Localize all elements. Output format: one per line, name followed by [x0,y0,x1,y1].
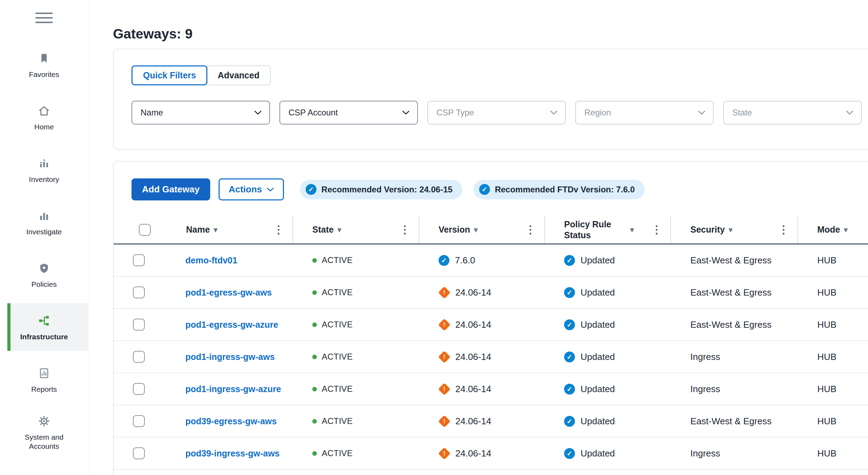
sidebar-item-infrastructure[interactable]: Infrastructure [0,301,88,353]
page-title: Gateways: 9 [113,26,868,42]
row-checkbox[interactable] [133,254,145,266]
chevron-down-icon [254,111,262,115]
sort-icon[interactable] [474,226,478,234]
table-header: Name State Version Policy Rule Status [114,216,868,244]
state-text: ACTIVE [322,255,353,265]
version-text: 24.06-14 [455,352,491,362]
column-header-policy-rule-status: Policy Rule Status [564,219,626,241]
sidebar-item-label: Infrastructure [20,332,68,341]
gateway-name-link[interactable]: pod39-egress-gw-aws [185,416,277,426]
filter-dropdown-region[interactable]: Region [575,101,714,125]
policy-status-text: Updated [581,319,615,330]
sort-icon[interactable] [214,226,218,234]
recommended-ftdv-version-badge: Recommended FTDv Version: 7.6.0 [474,180,645,199]
menu-icon[interactable] [35,13,53,23]
sort-icon[interactable] [844,226,848,234]
badge-label: Recommended Version: 24.06-15 [321,185,453,194]
main-content: Gateways: 9 Quick Filters Advanced Name … [88,0,868,475]
sort-icon[interactable] [337,226,341,234]
sidebar-item-inventory[interactable]: Inventory [0,143,88,196]
badge-label: Recommended FTDv Version: 7.6.0 [495,185,635,194]
state-text: ACTIVE [322,448,353,458]
chevron-down-icon [698,111,705,115]
sidebar-item-label: Policies [31,280,57,289]
column-header-version: Version [439,225,470,235]
table-row: pod39-ingress-gw-aws ACTIVE 24.06-14 Upd… [114,438,868,470]
policy-status-text: Updated [581,287,615,298]
kebab-menu-icon[interactable] [525,224,536,235]
gear-icon [37,413,51,429]
row-checkbox[interactable] [133,319,145,331]
state-text: ACTIVE [322,320,353,329]
row-checkbox[interactable] [133,447,145,459]
policy-updated-icon [564,416,575,427]
sort-icon[interactable] [630,226,634,234]
table-row: pod1-ingress-gw-azure ACTIVE 24.06-14 Up… [114,373,868,405]
gateway-name-link[interactable]: pod1-ingress-gw-azure [185,384,281,394]
row-checkbox[interactable] [133,351,145,363]
bar-chart-icon [38,208,50,224]
sidebar-item-system-and-accounts[interactable]: System and Accounts [0,406,88,458]
security-text: East-West & Egress [690,416,771,427]
recommended-version-badge: Recommended Version: 24.06-15 [300,180,462,199]
table-row: pod1-egress-gw-azure ACTIVE 24.06-14 Upd… [114,309,868,341]
actions-button[interactable]: Actions [219,178,284,200]
gateway-name-link[interactable]: pod1-ingress-gw-aws [185,352,275,362]
kebab-menu-icon[interactable] [651,224,662,235]
active-status-dot [312,258,317,263]
active-status-dot [312,387,317,391]
policy-updated-icon [564,255,575,266]
gateway-name-link[interactable]: pod1-egress-gw-aws [185,288,272,298]
table-row: demo-ftdv01 ACTIVE 7.6.0 Updated East-We… [114,244,868,277]
kebab-menu-icon[interactable] [778,224,789,235]
row-checkbox[interactable] [133,415,145,427]
sidebar-item-label: Inventory [29,175,59,184]
sidebar-item-label: Favorites [29,70,59,79]
chevron-down-icon [846,111,853,115]
version-text: 24.06-14 [455,319,491,330]
filter-dropdown-csp-type[interactable]: CSP Type [427,101,566,125]
policy-updated-icon [564,384,575,395]
filter-dropdown-name[interactable]: Name [131,101,270,125]
chevron-down-icon [550,111,557,115]
version-warning-icon [438,415,450,427]
chevron-down-icon [267,187,274,192]
version-warning-icon [438,286,450,298]
version-ok-icon [439,255,449,266]
tab-quick-filters[interactable]: Quick Filters [131,65,207,85]
sidebar-item-favorites[interactable]: Favorites [0,38,88,91]
add-gateway-button[interactable]: Add Gateway [131,178,210,200]
sidebar-item-label: System and Accounts [17,433,71,451]
version-warning-icon [438,383,450,395]
row-checkbox[interactable] [133,383,145,395]
policy-updated-icon [564,287,575,298]
kebab-menu-icon[interactable] [273,224,284,235]
dropdown-label: Name [141,108,163,118]
version-text: 24.06-14 [455,448,491,459]
gateway-name-link[interactable]: pod39-ingress-gw-aws [185,448,280,459]
sidebar-item-home[interactable]: Home [0,91,88,143]
sidebar-item-reports[interactable]: Reports [0,353,88,406]
dropdown-label: Region [584,108,611,118]
sidebar-item-policies[interactable]: Policies [0,248,88,301]
dropdown-label: State [732,108,752,118]
kebab-menu-icon[interactable] [399,224,410,235]
version-text: 24.06-14 [455,287,491,298]
check-circle-icon [306,184,316,195]
active-status-dot [312,419,317,424]
policy-status-text: Updated [581,255,615,266]
mode-text: HUB [817,352,837,362]
filter-dropdown-csp-account[interactable]: CSP Account [279,101,418,125]
bookmark-icon [38,51,50,66]
gateway-name-link[interactable]: demo-ftdv01 [185,255,237,265]
row-checkbox[interactable] [133,286,145,298]
select-all-checkbox[interactable] [139,224,151,236]
security-text: East-West & Egress [690,319,771,330]
active-status-dot [312,355,317,359]
gateway-name-link[interactable]: pod1-egress-gw-azure [185,320,278,330]
tab-advanced[interactable]: Advanced [206,65,270,85]
sidebar-item-investigate[interactable]: Investigate [0,196,88,248]
dropdown-label: CSP Type [436,108,474,118]
filter-dropdown-state[interactable]: State [723,101,862,125]
sort-icon[interactable] [729,226,733,234]
